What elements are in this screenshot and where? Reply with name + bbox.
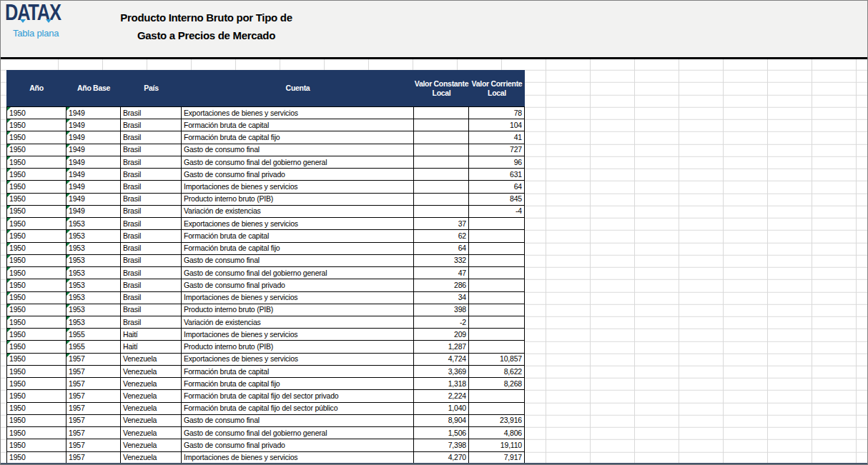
cell-ano[interactable]: 1950 [6, 255, 66, 267]
cell-ano[interactable]: 1950 [6, 341, 66, 353]
cell-valor-constante[interactable] [414, 131, 469, 144]
cell-pais[interactable]: Brasil [121, 267, 182, 279]
column-header-ano[interactable]: Año [6, 70, 66, 106]
cell-pais[interactable]: Haití [121, 329, 182, 341]
cell-valor-constante[interactable]: 1,287 [414, 341, 469, 353]
cell-valor-corriente[interactable]: 727 [469, 144, 525, 156]
cell-pais[interactable]: Brasil [121, 119, 182, 131]
cell-cuenta[interactable]: Formación bruta de capital fijo [182, 378, 414, 390]
cell-ano[interactable]: 1950 [6, 107, 66, 119]
cell-valor-corriente[interactable] [469, 267, 525, 279]
cell-ano[interactable]: 1950 [6, 304, 66, 316]
cell-valor-constante[interactable]: 286 [414, 279, 469, 291]
cell-valor-constante[interactable]: 209 [414, 329, 469, 341]
cell-ano[interactable]: 1950 [6, 181, 66, 193]
cell-cuenta[interactable]: Gasto de consumo final [182, 255, 414, 267]
cell-ano[interactable]: 1950 [6, 366, 66, 378]
cell-ano-base[interactable]: 1953 [66, 255, 121, 267]
cell-ano[interactable]: 1950 [6, 378, 66, 390]
cell-ano[interactable]: 1950 [6, 292, 66, 304]
cell-valor-constante[interactable]: 1,318 [414, 378, 469, 390]
cell-cuenta[interactable]: Importaciones de bienes y servicios [182, 181, 414, 193]
cell-valor-corriente[interactable] [469, 316, 525, 329]
cell-ano[interactable]: 1950 [6, 316, 66, 329]
cell-ano[interactable]: 1950 [6, 206, 66, 218]
cell-valor-corriente[interactable]: 64 [469, 181, 525, 193]
cell-valor-corriente[interactable]: 4,806 [469, 427, 525, 439]
column-header-pais[interactable]: País [121, 70, 182, 106]
cell-cuenta[interactable]: Formación bruta de capital [182, 230, 414, 242]
cell-cuenta[interactable]: Gasto de consumo final [182, 144, 414, 156]
cell-ano-base[interactable]: 1957 [66, 378, 121, 390]
cell-ano-base[interactable]: 1953 [66, 292, 121, 304]
cell-valor-corriente[interactable]: 96 [469, 156, 525, 169]
cell-valor-corriente[interactable] [469, 341, 525, 353]
cell-cuenta[interactable]: Gasto de consumo final [182, 415, 414, 427]
cell-ano-base[interactable]: 1957 [66, 366, 121, 378]
cell-ano-base[interactable]: 1957 [66, 439, 121, 451]
cell-pais[interactable]: Venezuela [121, 439, 182, 451]
cell-valor-corriente[interactable]: 10,857 [469, 354, 525, 366]
cell-pais[interactable]: Brasil [121, 316, 182, 329]
cell-valor-constante[interactable]: 7,398 [414, 439, 469, 451]
cell-ano-base[interactable]: 1957 [66, 403, 121, 415]
cell-pais[interactable]: Venezuela [121, 378, 182, 390]
cell-valor-corriente[interactable] [469, 230, 525, 242]
cell-ano-base[interactable]: 1953 [66, 267, 121, 279]
cell-ano[interactable]: 1950 [6, 169, 66, 181]
cell-ano-base[interactable]: 1953 [66, 230, 121, 242]
cell-pais[interactable]: Brasil [121, 304, 182, 316]
column-header-ano-base[interactable]: Año Base [66, 70, 121, 106]
cell-valor-constante[interactable] [414, 144, 469, 156]
cell-pais[interactable]: Venezuela [121, 415, 182, 427]
cell-valor-corriente[interactable] [469, 255, 525, 267]
cell-valor-corriente[interactable]: 104 [469, 119, 525, 131]
cell-pais[interactable]: Venezuela [121, 427, 182, 439]
cell-cuenta[interactable]: Importaciones de bienes y servicios [182, 292, 414, 304]
cell-cuenta[interactable]: Variación de existencias [182, 206, 414, 218]
cell-valor-constante[interactable] [414, 119, 469, 131]
cell-valor-corriente[interactable]: 41 [469, 131, 525, 144]
cell-valor-constante[interactable]: 398 [414, 304, 469, 316]
cell-ano-base[interactable]: 1957 [66, 427, 121, 439]
column-header-cuenta[interactable]: Cuenta [182, 70, 414, 106]
cell-valor-constante[interactable]: 332 [414, 255, 469, 267]
cell-ano-base[interactable]: 1949 [66, 181, 121, 193]
cell-valor-corriente[interactable] [469, 329, 525, 341]
cell-valor-constante[interactable]: -2 [414, 316, 469, 329]
cell-cuenta[interactable]: Formación bruta de capital fijo [182, 131, 414, 144]
cell-valor-corriente[interactable] [469, 390, 525, 402]
cell-valor-constante[interactable]: 47 [414, 267, 469, 279]
cell-valor-corriente[interactable]: 78 [469, 107, 525, 119]
cell-valor-constante[interactable]: 64 [414, 243, 469, 255]
cell-valor-constante[interactable]: 62 [414, 230, 469, 242]
cell-pais[interactable]: Haití [121, 341, 182, 353]
cell-valor-constante[interactable]: 34 [414, 292, 469, 304]
cell-valor-corriente[interactable] [469, 218, 525, 230]
cell-cuenta[interactable]: Gasto de consumo final del gobierno gene… [182, 427, 414, 439]
cell-cuenta[interactable]: Gasto de consumo final privado [182, 279, 414, 291]
cell-pais[interactable]: Brasil [121, 292, 182, 304]
cell-ano[interactable]: 1950 [6, 230, 66, 242]
cell-ano-base[interactable]: 1949 [66, 119, 121, 131]
cell-ano-base[interactable]: 1953 [66, 218, 121, 230]
cell-ano-base[interactable]: 1955 [66, 329, 121, 341]
cell-ano[interactable]: 1950 [6, 144, 66, 156]
cell-ano-base[interactable]: 1953 [66, 316, 121, 329]
cell-valor-corriente[interactable]: 631 [469, 169, 525, 181]
cell-valor-corriente[interactable]: 19,110 [469, 439, 525, 451]
cell-ano-base[interactable]: 1949 [66, 131, 121, 144]
cell-pais[interactable]: Venezuela [121, 403, 182, 415]
cell-ano[interactable]: 1950 [6, 354, 66, 366]
cell-cuenta[interactable]: Exportaciones de bienes y servicios [182, 107, 414, 119]
cell-pais[interactable]: Brasil [121, 194, 182, 206]
cell-valor-constante[interactable]: 1,506 [414, 427, 469, 439]
cell-ano-base[interactable]: 1957 [66, 415, 121, 427]
cell-valor-constante[interactable]: 8,904 [414, 415, 469, 427]
cell-cuenta[interactable]: Formación bruta de capital fijo [182, 243, 414, 255]
cell-cuenta[interactable]: Exportaciones de bienes y servicios [182, 354, 414, 366]
cell-pais[interactable]: Brasil [121, 181, 182, 193]
cell-ano[interactable]: 1950 [6, 267, 66, 279]
cell-pais[interactable]: Brasil [121, 279, 182, 291]
cell-ano[interactable]: 1950 [6, 279, 66, 291]
